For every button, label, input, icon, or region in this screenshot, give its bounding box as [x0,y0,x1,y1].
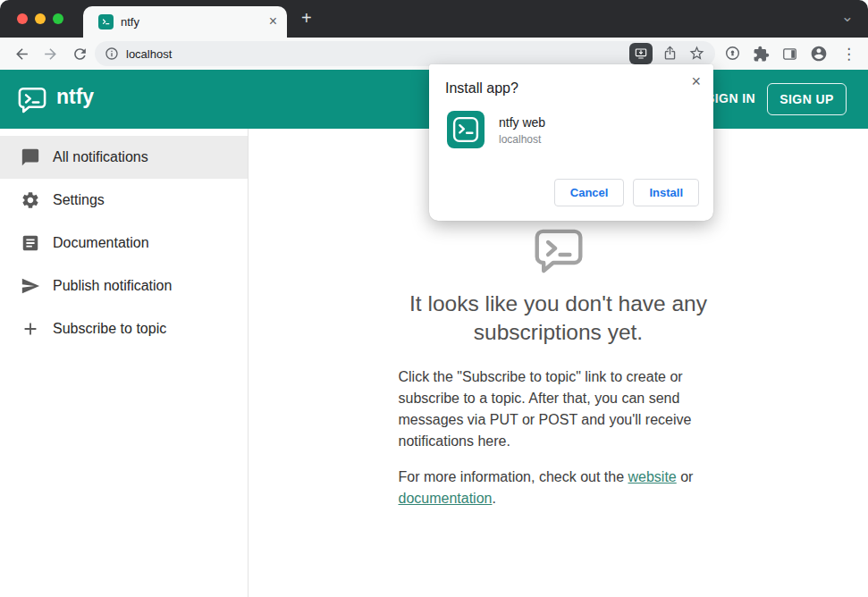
install-app-dialog: Install app? × ntfy web localhost Cancel… [429,64,713,221]
dialog-app-name: ntfy web [499,115,545,130]
cancel-button[interactable]: Cancel [554,179,625,206]
sidebar-item-label: All notifications [53,149,148,165]
dialog-buttons: Cancel Install [554,179,699,206]
dialog-close-icon[interactable]: × [691,72,701,91]
send-icon [21,276,40,296]
install-app-button[interactable] [629,43,653,64]
sidebar-item-settings[interactable]: Settings [0,179,248,222]
ntfy-logo-icon [16,83,48,115]
empty-state: It looks like you don't have any subscri… [399,222,719,509]
app-title: ntfy [56,85,94,109]
gear-icon [21,190,40,210]
sidebar-item-label: Publish notification [53,278,172,294]
sidebar-item-all-notifications[interactable]: All notifications [0,136,248,179]
more-info-prefix: For more information, check out the [399,469,628,484]
more-info-paragraph: For more information, check out the webs… [399,467,719,509]
extensions-puzzle-icon[interactable] [753,46,770,63]
sidebar-item-label: Settings [53,192,105,208]
dialog-title: Install app? [445,80,518,97]
address-bar[interactable]: localhost [95,41,715,66]
sidebar-item-label: Subscribe to topic [53,321,166,337]
bookmark-star-icon[interactable] [688,45,705,62]
window-close-button[interactable] [17,13,28,24]
dialog-app-origin: localhost [499,133,541,146]
side-panel-icon[interactable] [781,46,798,63]
browser-tab[interactable]: ntfy × [83,6,287,38]
share-button[interactable] [662,45,678,62]
more-info-suffix: . [492,491,495,506]
sidebar-item-publish-notification[interactable]: Publish notification [0,265,248,307]
heading-line-1: It looks like you don't have any [399,290,719,318]
password-manager-extension-icon[interactable] [724,45,741,62]
empty-state-paragraph: Click the "Subscribe to topic" link to c… [399,366,719,452]
profile-avatar-icon[interactable] [810,45,828,63]
ntfy-app-icon [447,111,485,148]
more-info-middle: or [677,469,694,484]
sidebar-item-documentation[interactable]: Documentation [0,222,248,265]
sign-up-button[interactable]: SIGN UP [767,83,847,115]
sidebar: All notifications Settings Documentation… [0,129,249,597]
article-icon [21,233,40,253]
documentation-link[interactable]: documentation [399,491,493,506]
browser-window: ntfy × + ⌄ localhost [0,0,868,597]
url-text: localhost [126,47,172,61]
reload-button[interactable] [72,46,88,63]
ntfy-terminal-icon [531,222,586,277]
tab-close-icon[interactable]: × [269,13,277,29]
sign-in-button[interactable]: SIGN IN [706,91,755,105]
sidebar-item-label: Documentation [53,235,149,251]
plus-icon [21,319,40,339]
empty-state-heading: It looks like you don't have any subscri… [399,290,719,347]
website-link[interactable]: website [628,469,677,484]
ntfy-favicon-icon [98,14,114,29]
back-button[interactable] [13,46,30,63]
window-minimize-button[interactable] [35,13,46,24]
forward-button[interactable] [42,46,59,63]
tab-title: ntfy [121,15,139,29]
window-zoom-button[interactable] [53,13,63,24]
chat-bubble-icon [21,147,40,167]
heading-line-2: subscriptions yet. [399,318,719,347]
tab-search-chevron-icon[interactable]: ⌄ [841,7,854,26]
tab-strip: ntfy × + ⌄ [0,0,868,38]
browser-menu-icon[interactable]: ⋮ [841,45,856,63]
page-info-icon[interactable] [105,46,119,61]
new-tab-button[interactable]: + [301,8,312,29]
install-button[interactable]: Install [633,179,699,206]
sidebar-item-subscribe-to-topic[interactable]: Subscribe to topic [0,307,248,350]
